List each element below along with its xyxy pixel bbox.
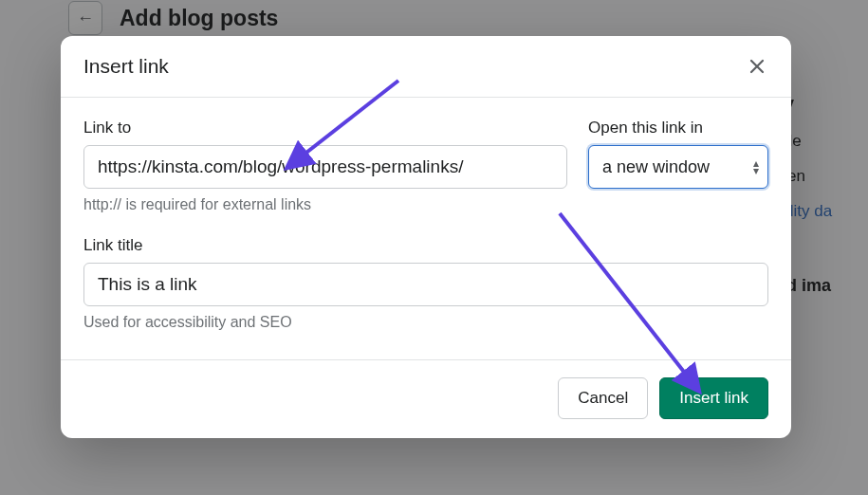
open-in-select[interactable]: a new window — [588, 145, 768, 189]
open-in-label: Open this link in — [588, 119, 768, 138]
close-icon[interactable] — [746, 55, 768, 78]
link-title-label: Link title — [83, 236, 768, 255]
insert-link-modal: Insert link Link to http:// is required … — [61, 36, 791, 438]
link-title-hint: Used for accessibility and SEO — [83, 314, 768, 331]
modal-title: Insert link — [83, 55, 169, 78]
insert-link-button[interactable]: Insert link — [659, 377, 768, 419]
link-title-input[interactable] — [83, 263, 768, 306]
cancel-button[interactable]: Cancel — [558, 377, 648, 419]
link-to-label: Link to — [83, 119, 567, 138]
link-to-hint: http:// is required for external links — [83, 196, 567, 213]
link-to-input[interactable] — [83, 145, 567, 189]
